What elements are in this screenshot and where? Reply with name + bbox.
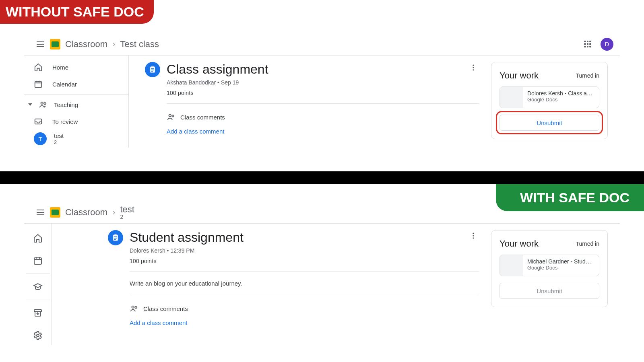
svg-rect-10 [34,310,41,312]
calendar-icon [34,80,43,88]
sidebar-label: Home [52,64,68,71]
main-content: Student assignment Dolores Kersh • 12:39… [52,224,620,345]
kebab-icon [469,64,477,72]
comments-label: Class comments [180,114,225,121]
people-icon [130,304,138,313]
sidebar-mini [24,224,52,345]
attachment-thumbnail [500,255,523,276]
divider [130,295,479,295]
apps-grid-icon [584,41,591,48]
graduation-icon [33,282,43,292]
comments-label: Class comments [143,305,188,312]
panel-without-safedoc: Classroom › Test class D Home Calendar T… [0,33,644,171]
unsubmit-button[interactable]: Unsubmit [500,115,599,131]
sidebar-enrolled[interactable] [28,277,47,296]
attachment-thumbnail [500,87,523,108]
more-options-button[interactable] [468,230,479,243]
divider [130,272,479,272]
sidebar-to-review[interactable]: To review [24,113,128,130]
sidebar-home[interactable] [28,228,47,248]
sidebar-home[interactable]: Home [24,59,128,76]
class-comments-row: Class comments [130,304,479,313]
svg-point-5 [473,67,474,68]
assignment-icon [145,62,160,77]
svg-point-7 [169,115,171,117]
sidebar-calendar[interactable] [28,251,47,270]
breadcrumb-app[interactable]: Classroom [65,39,107,49]
sidebar-settings[interactable] [28,326,47,345]
your-work-heading: Your work [500,239,539,249]
svg-point-2 [44,103,46,105]
work-status: Turned in [576,72,599,79]
breadcrumb-app[interactable]: Classroom [65,207,107,218]
add-comment-link[interactable]: Add a class comment [130,319,479,326]
topbar: Classroom › Test class D [24,33,620,56]
your-work-card: Your work Turned in Dolores Kersh - Clas… [491,62,608,139]
hamburger-icon [35,208,45,217]
classroom-logo-icon [50,39,60,49]
home-icon [33,233,43,243]
breadcrumb: Classroom › Test class [65,39,159,49]
svg-point-1 [41,102,43,105]
banner-without-safedoc: WITHOUT SAFE DOC [0,0,154,24]
class-name: test [54,132,64,139]
assignment-column: Class assignment Akshata Bandodkar • Sep… [145,62,479,148]
people-icon [167,113,175,121]
body-row: Home Calendar Teaching To review T test [24,56,620,148]
sidebar-label: Teaching [54,101,78,108]
class-avatar: T [34,132,47,145]
breadcrumb-class[interactable]: test 2 [120,205,134,220]
svg-point-8 [172,115,174,117]
sidebar-label: Calendar [52,81,77,88]
assignment-column: Student assignment Dolores Kersh • 12:39… [108,230,479,345]
unsubmit-button-disabled[interactable]: Unsubmit [500,283,599,299]
classroom-logo-icon [50,207,60,218]
gear-icon [33,331,43,340]
hamburger-menu-button[interactable] [31,208,50,217]
chevron-right-icon: › [112,39,115,49]
assignment-meta: Dolores Kersh • 12:39 PM [130,247,244,254]
calendar-icon [33,256,43,265]
svg-rect-9 [34,258,41,264]
class-comments-row: Class comments [167,113,479,121]
assignment-title: Student assignment [130,230,244,245]
attachment-item[interactable]: Dolores Kersh - Class a… Google Docs [500,86,599,108]
sidebar: Home Calendar Teaching To review T test [24,56,129,148]
hamburger-menu-button[interactable] [31,39,50,49]
your-work-heading: Your work [500,70,539,81]
sidebar-class-item[interactable]: T test 2 [24,130,128,148]
sidebar-archived[interactable] [28,303,47,323]
sidebar-calendar[interactable]: Calendar [24,76,128,93]
assignment-points: 100 points [167,90,268,96]
sidebar-divider [26,274,50,274]
add-comment-link[interactable]: Add a class comment [167,128,479,135]
svg-point-12 [473,233,474,234]
svg-rect-0 [35,82,42,88]
home-icon [34,63,43,72]
assignment-title: Class assignment [167,62,268,77]
assignment-header: Class assignment Akshata Bandodkar • Sep… [145,62,479,96]
banner-with-safedoc: WITH SAFE DOC [496,184,644,211]
chevron-right-icon: › [112,207,115,218]
user-avatar[interactable]: D [601,38,613,51]
svg-point-14 [473,237,474,239]
google-apps-button[interactable] [580,41,596,48]
attachment-type: Google Docs [527,265,591,271]
main-content: Class assignment Akshata Bandodkar • Sep… [129,56,620,148]
assignment-description: Write an blog on your educational journe… [130,280,479,287]
svg-point-16 [135,306,137,309]
sidebar-teaching-group[interactable]: Teaching [24,96,128,113]
breadcrumb: Classroom › test 2 [65,205,134,220]
caret-down-icon [28,103,32,106]
svg-point-13 [473,235,474,236]
assignment-header: Student assignment Dolores Kersh • 12:39… [108,230,479,264]
sidebar-divider [26,300,50,300]
more-options-button[interactable] [468,62,479,75]
svg-point-15 [132,306,134,309]
attachment-item[interactable]: Michael Gardner - Stud… Google Docs [500,255,599,276]
assignment-meta: Akshata Bandodkar • Sep 19 [167,79,268,86]
divider [167,103,479,104]
svg-point-11 [37,334,39,337]
attachment-name: Michael Gardner - Stud… [527,258,591,265]
breadcrumb-class[interactable]: Test class [120,39,159,49]
